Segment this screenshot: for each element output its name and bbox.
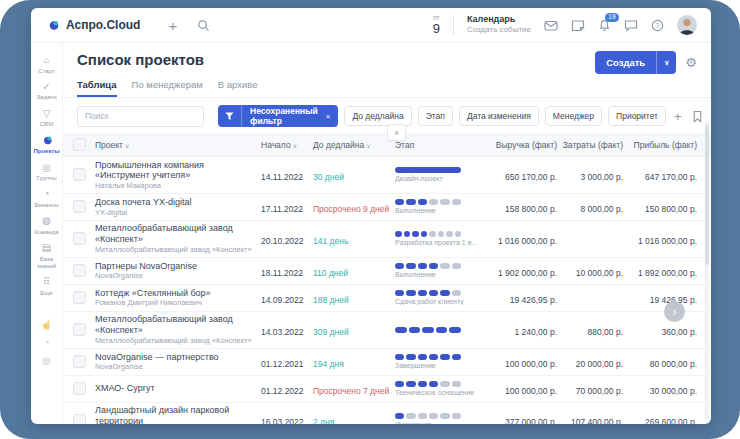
tab-Таблица[interactable]: Таблица (77, 79, 117, 97)
calendar-shortcut[interactable]: Календарь Создать событие (467, 15, 531, 35)
sidebar-extra-circle-icon-2[interactable]: ◍ (31, 352, 62, 370)
stage-progress-bar (395, 327, 461, 333)
project-title[interactable]: Ландшафтный дизайн парковой территории (95, 405, 255, 424)
project-title[interactable]: Партнеры NovaOrganise (95, 261, 255, 272)
active-filter-chip[interactable]: Несохраненный фильтр × (218, 105, 338, 127)
sidebar-item-tasks[interactable]: ✓Задачи (31, 78, 62, 105)
start-date: 01.12.2022 (261, 386, 304, 396)
project-title[interactable]: Доска почета YX-digital (95, 197, 255, 208)
notes-icon[interactable] (571, 19, 585, 32)
row-checkbox[interactable] (73, 232, 86, 245)
deadline-status: 194 дня (313, 359, 344, 369)
create-button[interactable]: Создать ∨ (595, 51, 676, 74)
row-checkbox[interactable] (73, 414, 86, 424)
project-title[interactable]: Промышленная компания «Инструмент учител… (95, 160, 255, 182)
table-row[interactable]: ХМАО- Сургут 01.12.2022 Просрочено 7 дне… (63, 376, 711, 403)
sort-caret-icon: ∨ (125, 143, 129, 149)
chat-icon[interactable] (624, 19, 638, 32)
column-header-start[interactable]: Начало∨ (261, 140, 313, 150)
deadline-status: 30 дней (313, 172, 344, 182)
sidebar-item-team[interactable]: ◍Команда (31, 212, 62, 239)
column-header-revenue[interactable]: Выручка (факт) (487, 140, 557, 150)
search-input[interactable] (77, 106, 204, 127)
help-icon[interactable]: ? (651, 19, 664, 32)
row-checkbox[interactable] (73, 323, 86, 336)
mail-icon[interactable] (544, 19, 558, 32)
costs-value: 880,00 р. (588, 327, 623, 337)
stage-progress-bar (395, 413, 461, 419)
table-row[interactable]: Ландшафтный дизайн парковой территории K… (63, 403, 711, 424)
column-header-project[interactable]: Проект∨ (95, 140, 261, 150)
app-window: Аспро.Cloud + пт 9 Календарь Создать соб… (31, 8, 711, 424)
filter-button-До дедлайна[interactable]: До дедлайна (344, 106, 411, 126)
tab-В архиве[interactable]: В архиве (218, 79, 258, 97)
filter-button-Приоритет[interactable]: Приоритет (608, 106, 666, 126)
sidebar-extra-hand-icon[interactable]: ☝ (31, 316, 62, 334)
search-icon[interactable] (197, 19, 210, 32)
row-checkbox[interactable] (73, 355, 86, 368)
calendar-subtitle: Создать событие (467, 26, 531, 35)
filter-button-Менеджер[interactable]: Менеджер (545, 106, 602, 126)
sidebar-item-label: Задачи (36, 94, 56, 101)
project-title[interactable]: Коттедж «Стеклянный бор» (95, 288, 255, 299)
row-checkbox[interactable] (73, 168, 86, 181)
row-checkbox[interactable] (73, 382, 86, 395)
table-row[interactable]: NovaOrganise — партнерство NovaOrganise … (63, 349, 711, 376)
filter-chip-close-icon[interactable]: × (324, 112, 339, 121)
scrollbar-thumb[interactable] (705, 125, 709, 265)
column-header-deadline[interactable]: До дедлайна∨ (313, 140, 395, 150)
sidebar-item-more[interactable]: ⠿Ещё (31, 273, 62, 300)
calendar-date-widget[interactable]: пт 9 (433, 15, 440, 36)
profit-value: 1 892 000,00 р. (638, 268, 697, 278)
column-header-profit[interactable]: Прибыль (факт) (623, 140, 697, 150)
page-settings-gear-icon[interactable]: ⚙ (685, 56, 697, 69)
bookmark-icon[interactable] (690, 110, 705, 123)
project-title[interactable]: Металлообрабатывающий завод «Конспект» (95, 314, 255, 336)
sidebar-item-start[interactable]: ⌂Старт (31, 51, 62, 78)
funnel-icon (218, 105, 242, 127)
stage-label: Выполнение (395, 207, 483, 214)
select-all-checkbox[interactable] (73, 138, 86, 151)
tab-По менеджерам[interactable]: По менеджерам (132, 79, 203, 97)
stage-label: Завершение (395, 362, 483, 369)
row-checkbox[interactable] (73, 264, 86, 277)
filter-button-Этап[interactable]: Этап (418, 106, 453, 126)
hand-icon: ☝ (40, 319, 52, 330)
sidebar-item-label: Старт (38, 68, 54, 75)
row-checkbox[interactable] (73, 200, 86, 213)
table-body: Промышленная компания «Инструмент учител… (63, 157, 711, 424)
project-title[interactable]: ХМАО- Сургут (95, 383, 255, 394)
filter-button-Дата изменения[interactable]: Дата изменения (459, 106, 539, 126)
table-row[interactable]: Металлообрабатывающий завод «Конспект» М… (63, 221, 711, 258)
quick-add-button[interactable]: + (168, 18, 177, 33)
sidebar-extra-circle-icon-1[interactable]: ◔ (31, 334, 62, 352)
scroll-right-button[interactable]: › (664, 301, 685, 322)
collapse-filters-button[interactable]: ∧ (387, 124, 406, 141)
row-checkbox[interactable] (73, 291, 86, 304)
groups-icon: ◎ (42, 162, 51, 173)
column-header-stage[interactable]: Этап (395, 140, 487, 150)
sidebar-item-knowledge-base[interactable]: ▤База знаний (31, 239, 62, 273)
brand[interactable]: Аспро.Cloud (45, 18, 140, 33)
column-header-costs[interactable]: Затраты (факт) (557, 140, 623, 150)
sidebar-item-projects[interactable]: Проекты (31, 132, 62, 159)
notifications-bell-icon[interactable]: 19 (598, 19, 611, 32)
project-title[interactable]: NovaOrganise — партнерство (95, 352, 255, 363)
project-title[interactable]: Металлообрабатывающий завод «Конспект» (95, 223, 255, 245)
create-dropdown-caret[interactable]: ∨ (656, 51, 676, 74)
user-avatar[interactable] (677, 15, 697, 35)
table-row[interactable]: Коттедж «Стеклянный бор» Романов Дмитрий… (63, 285, 711, 312)
sidebar-item-crm[interactable]: ▽CRM (31, 105, 62, 132)
add-filter-button[interactable]: + (672, 109, 684, 124)
sidebar-item-groups[interactable]: ◎Группы (31, 159, 62, 186)
profit-value: 80 000,00 р. (650, 359, 697, 369)
costs-value: 107 400,00 р. (571, 417, 623, 424)
create-button-label[interactable]: Создать (595, 51, 656, 74)
table-row[interactable]: Металлообрабатывающий завод «Конспект» М… (63, 312, 711, 349)
aspro-logo-icon (45, 18, 60, 33)
table-row[interactable]: Партнеры NovaOrganise NovaOrganise 18.11… (63, 258, 711, 285)
table-row[interactable]: Промышленная компания «Инструмент учител… (63, 157, 711, 194)
table-row[interactable]: Доска почета YX-digital YX-digital 17.11… (63, 194, 711, 221)
sidebar-item-finance[interactable]: ◔Финансы (31, 185, 62, 212)
stage-label: Инициация (395, 421, 483, 424)
